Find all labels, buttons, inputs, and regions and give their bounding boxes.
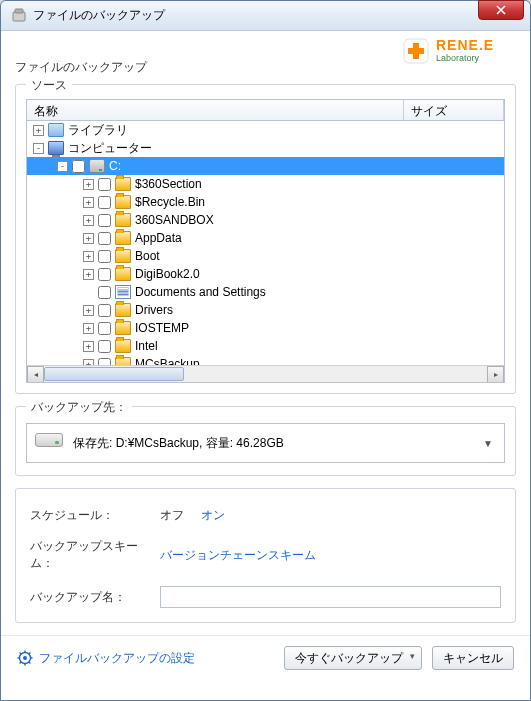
expand-icon[interactable]: + [83,323,94,334]
checkbox[interactable] [98,340,111,353]
tree-label: Documents and Settings [135,285,266,299]
checkbox[interactable] [72,160,85,173]
library-icon [48,123,64,137]
tree-label: Drivers [135,303,173,317]
checkbox[interactable] [98,322,111,335]
svg-line-9 [20,653,22,655]
collapse-icon[interactable]: - [57,161,68,172]
expand-icon[interactable]: + [83,251,94,262]
settings-icon [17,650,33,666]
tree-row-drive-c[interactable]: - C: [27,157,504,175]
scheme-link[interactable]: バージョンチェーンスキーム [160,548,316,562]
col-name[interactable]: 名称 [27,100,404,120]
computer-icon [48,141,64,155]
checkbox[interactable] [98,304,111,317]
checkbox[interactable] [98,214,111,227]
tree-row[interactable]: +360SANDBOX [27,211,504,229]
folder-icon [115,303,131,317]
tree-header: 名称 サイズ [26,99,505,121]
brand-name: RENE.E [436,38,494,53]
checkbox[interactable] [98,250,111,263]
tree-row-computer[interactable]: - コンピューター [27,139,504,157]
cross-icon [400,35,432,67]
close-button[interactable] [478,0,524,20]
tree-label: AppData [135,231,182,245]
scheme-label: バックアップスキーム： [30,538,160,572]
scroll-thumb[interactable] [44,367,184,381]
svg-line-10 [29,662,31,664]
scroll-right-button[interactable]: ▸ [487,366,504,383]
backup-now-button[interactable]: 今すぐバックアップ [284,646,422,670]
document-icon [115,285,131,299]
col-size[interactable]: サイズ [404,100,504,120]
cancel-button[interactable]: キャンセル [432,646,514,670]
disk-icon [35,433,63,453]
tree-label: Intel [135,339,158,353]
svg-line-12 [29,653,31,655]
svg-line-11 [20,662,22,664]
tree-row[interactable]: +Drivers [27,301,504,319]
tree-row[interactable]: +IOSTEMP [27,319,504,337]
checkbox[interactable] [98,286,111,299]
checkbox[interactable] [98,196,111,209]
tree-row[interactable]: +AppData [27,229,504,247]
expand-icon[interactable]: + [83,305,94,316]
destination-group: バックアップ先： 保存先: D:¥MCsBackup, 容量: 46.28GB … [15,406,516,476]
checkbox[interactable] [98,178,111,191]
close-icon [496,5,506,15]
horizontal-scrollbar[interactable]: ◂ ▸ [27,365,504,382]
tree-label: IOSTEMP [135,321,189,335]
folder-icon [115,249,131,263]
folder-icon [115,195,131,209]
expand-icon[interactable]: + [33,125,44,136]
tree-row[interactable]: +Intel [27,337,504,355]
tree-row-libraries[interactable]: + ライブラリ [27,121,504,139]
expand-icon[interactable] [83,287,94,298]
chevron-down-icon[interactable]: ▼ [480,438,496,449]
folder-icon [115,339,131,353]
schedule-label: スケジュール： [30,507,160,524]
tree-label: $360Section [135,177,202,191]
tree-row[interactable]: +DigiBook2.0 [27,265,504,283]
source-legend: ソース [26,77,72,94]
checkbox[interactable] [98,232,111,245]
expand-icon[interactable]: + [83,269,94,280]
schedule-off-value: オフ [160,508,184,522]
backup-name-input[interactable] [160,586,501,608]
backup-name-label: バックアップ名： [30,589,160,606]
titlebar: ファイルのバックアップ [1,1,530,31]
checkbox[interactable] [98,268,111,281]
expand-icon[interactable]: + [83,341,94,352]
folder-icon [115,231,131,245]
tree-row[interactable]: +$360Section [27,175,504,193]
expand-icon[interactable]: + [83,215,94,226]
expand-icon[interactable]: + [83,197,94,208]
footer: ファイルバックアップの設定 今すぐバックアップ キャンセル [1,635,530,684]
tree-label: Boot [135,249,160,263]
schedule-on-link[interactable]: オン [201,508,225,522]
brand-logo: RENE.E Laboratory [400,33,520,69]
tree-row[interactable]: +Boot [27,247,504,265]
destination-selector[interactable]: 保存先: D:¥MCsBackup, 容量: 46.28GB ▼ [26,423,505,463]
brand-sub: Laboratory [436,54,494,64]
window: ファイルのバックアップ RENE.E Laboratory ファイルのバックアッ… [0,0,531,701]
drive-icon [89,159,105,173]
collapse-icon[interactable]: - [33,143,44,154]
destination-text: 保存先: D:¥MCsBackup, 容量: 46.28GB [73,435,480,452]
tree-row[interactable]: +$Recycle.Bin [27,193,504,211]
svg-rect-1 [15,9,23,13]
scroll-left-button[interactable]: ◂ [27,366,44,383]
window-title: ファイルのバックアップ [33,7,165,24]
tree-label: DigiBook2.0 [135,267,200,281]
expand-icon[interactable]: + [83,179,94,190]
settings-link[interactable]: ファイルバックアップの設定 [17,650,195,667]
tree-row[interactable]: Documents and Settings [27,283,504,301]
tree-label: C: [109,159,121,173]
tree-label: $Recycle.Bin [135,195,205,209]
folder-icon [115,267,131,281]
folder-icon [115,321,131,335]
svg-point-4 [23,656,27,660]
tree-body[interactable]: + ライブラリ - コンピューター - C: [26,121,505,383]
app-icon [11,8,27,24]
expand-icon[interactable]: + [83,233,94,244]
